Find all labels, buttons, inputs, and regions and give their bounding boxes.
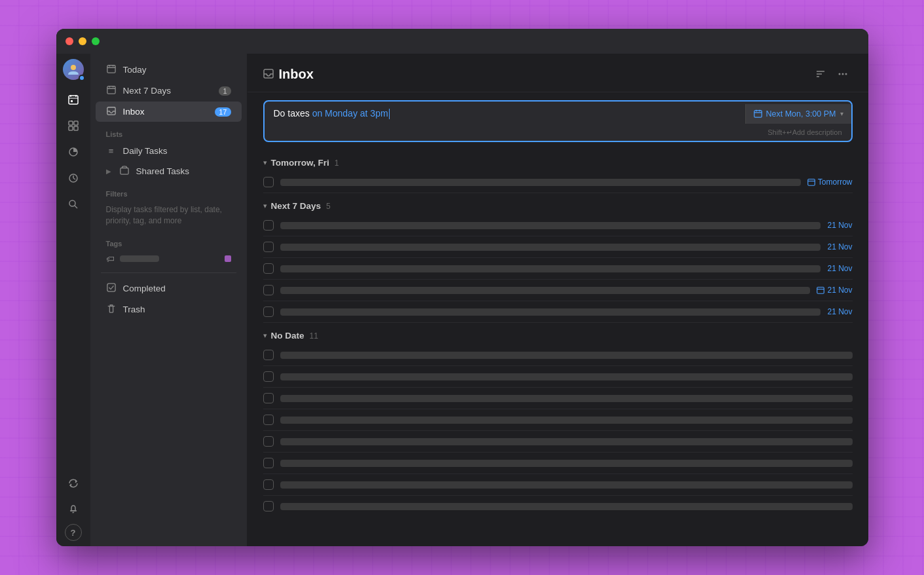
tomorrow-chevron-icon: ▾: [263, 158, 267, 167]
nav-divider: [101, 272, 236, 273]
section-title-tomorrow: Tomorrow, Fri: [271, 158, 329, 168]
sidebar-label-inbox: Inbox: [123, 107, 209, 117]
task-checkbox[interactable]: [263, 177, 274, 187]
task-text: [280, 438, 853, 445]
task-checkbox[interactable]: [263, 479, 274, 490]
task-checkbox[interactable]: [263, 285, 274, 295]
app-body: ? Today: [56, 54, 868, 546]
section-count-nodate: 11: [310, 331, 318, 341]
sidebar-item-daily-tasks[interactable]: ≡ Daily Tasks: [96, 141, 242, 160]
table-row: 21 Nov: [263, 258, 853, 280]
task-date-badge: Tomorrow: [807, 177, 853, 187]
svg-rect-21: [107, 86, 115, 94]
close-button[interactable]: [65, 37, 73, 45]
table-row: 21 Nov: [263, 280, 853, 301]
table-row: 21 Nov: [263, 236, 853, 258]
sidebar-icon-notifications[interactable]: [62, 498, 85, 521]
cal-icon: [807, 178, 815, 186]
sidebar-item-next7days[interactable]: Next 7 Days 1: [96, 81, 242, 101]
table-row: [263, 496, 853, 517]
more-button[interactable]: [833, 64, 853, 84]
inbox-header-icon: [263, 68, 274, 81]
calendar-icon: [754, 109, 762, 118]
sidebar-item-completed[interactable]: Completed: [96, 278, 242, 299]
task-input-prefix: Do taxes: [274, 108, 312, 119]
section-count-next7days: 5: [326, 202, 331, 211]
table-row: [263, 474, 853, 496]
sidebar-label-next7days: Next 7 Days: [123, 86, 213, 96]
sidebar-icon-timeline[interactable]: [62, 166, 85, 190]
sidebar-icon-sync[interactable]: [62, 472, 85, 495]
task-checkbox[interactable]: [263, 220, 274, 231]
task-input-field[interactable]: Do taxes on Monday at 3pm: [265, 102, 745, 126]
task-text: [280, 222, 821, 229]
sidebar-item-trash[interactable]: Trash: [96, 299, 242, 320]
task-checkbox[interactable]: [263, 242, 274, 252]
maximize-button[interactable]: [92, 37, 100, 45]
inbox-badge: 17: [215, 107, 231, 117]
main-header: Inbox: [248, 54, 868, 92]
task-text: [280, 503, 853, 510]
task-checkbox[interactable]: [263, 306, 274, 317]
table-row: [263, 366, 853, 388]
completed-icon: [106, 283, 117, 294]
task-text: [280, 308, 821, 316]
nodate-chevron-icon: ▾: [263, 331, 267, 340]
avatar[interactable]: [63, 59, 84, 80]
sidebar-icon-help[interactable]: ?: [65, 524, 82, 541]
sidebar-item-inbox[interactable]: Inbox 17: [96, 102, 242, 122]
sort-button[interactable]: [811, 64, 830, 84]
task-input-area: Do taxes on Monday at 3pm Next Mon, 3:00…: [263, 100, 853, 142]
section-header-nodate[interactable]: ▾ No Date 11: [263, 323, 853, 344]
sidebar-item-today[interactable]: Today: [96, 60, 242, 80]
sidebar-icon-search[interactable]: [62, 193, 85, 216]
sidebar-icon-stats[interactable]: [62, 140, 85, 164]
task-checkbox[interactable]: [263, 393, 274, 403]
table-row: 21 Nov: [263, 301, 853, 323]
date-chevron-icon: ▾: [840, 110, 843, 117]
sidebar-label-completed: Completed: [123, 284, 231, 293]
task-checkbox[interactable]: [263, 436, 274, 447]
task-text: [280, 460, 853, 467]
section-header-next7days[interactable]: ▾ Next 7 Days 5: [263, 193, 853, 215]
nav-sidebar: Today Next 7 Days 1: [90, 54, 248, 546]
trash-icon: [106, 304, 117, 315]
icon-sidebar: ?: [56, 54, 90, 546]
svg-rect-26: [120, 168, 128, 175]
task-hint: Shift+↵Add description: [265, 126, 851, 141]
inbox-icon: [106, 106, 117, 117]
svg-rect-9: [74, 126, 78, 130]
table-row: [263, 431, 853, 453]
section-title-nodate: No Date: [271, 331, 305, 341]
task-text: [280, 179, 801, 186]
main-content: Inbox: [248, 54, 868, 546]
task-checkbox[interactable]: [263, 501, 274, 511]
task-checkbox[interactable]: [263, 263, 274, 274]
task-text: [280, 417, 853, 424]
svg-rect-41: [817, 288, 824, 294]
app-window: ? Today: [56, 29, 868, 546]
tag-item[interactable]: 🏷: [96, 251, 242, 267]
sidebar-item-shared-tasks[interactable]: ▶ Shared Tasks: [96, 161, 242, 181]
task-checkbox[interactable]: [263, 371, 274, 382]
table-row: 21 Nov: [263, 215, 853, 236]
sidebar-icon-today[interactable]: [62, 88, 85, 111]
cursor: [389, 109, 390, 119]
titlebar: [56, 29, 868, 54]
filter-description: Display tasks filtered by list, date, pr…: [90, 200, 247, 232]
task-checkbox[interactable]: [263, 458, 274, 468]
task-checkbox[interactable]: [263, 350, 274, 360]
task-date-button[interactable]: Next Mon, 3:00 PM ▾: [745, 104, 851, 124]
tag-color-swatch: [225, 255, 231, 262]
task-checkbox[interactable]: [263, 415, 274, 425]
table-row: [263, 409, 853, 431]
minimize-button[interactable]: [79, 37, 86, 45]
section-header-tomorrow[interactable]: ▾ Tomorrow, Fri 1: [263, 150, 853, 172]
svg-point-32: [838, 73, 840, 75]
task-input-row: Do taxes on Monday at 3pm Next Mon, 3:00…: [265, 102, 851, 126]
tag-label-blur: [120, 255, 159, 262]
task-text: [280, 287, 811, 294]
cal-icon: [817, 286, 824, 294]
svg-line-13: [73, 178, 75, 179]
sidebar-icon-grid[interactable]: [62, 114, 85, 138]
